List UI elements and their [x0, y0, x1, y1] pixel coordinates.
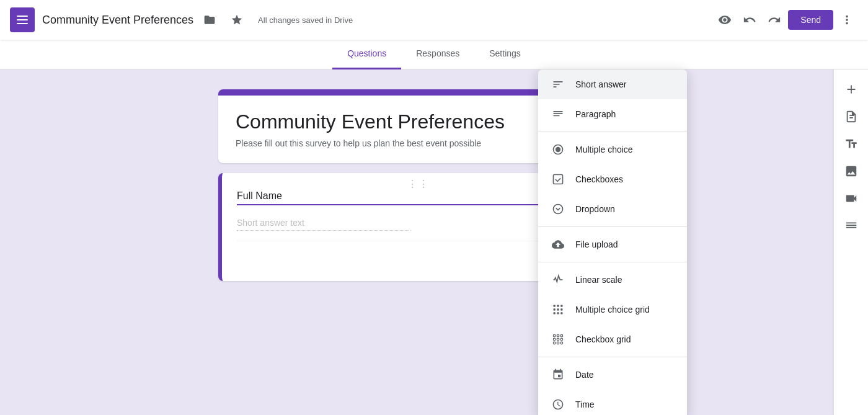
tab-responses[interactable]: Responses: [401, 40, 474, 69]
menu-item-multiple-choice[interactable]: Multiple choice: [538, 135, 687, 164]
topbar: Community Event Preferences All changes …: [0, 0, 868, 40]
folder-icon[interactable]: [198, 9, 221, 31]
tab-questions[interactable]: Questions: [332, 40, 401, 69]
question-type-dropdown: Short answer Paragraph Multiple choice: [538, 69, 687, 415]
file-upload-icon: [551, 237, 565, 252]
undo-icon[interactable]: [738, 9, 761, 31]
tabs-bar: Questions Responses Settings: [0, 40, 868, 69]
svg-rect-1: [17, 19, 28, 20]
short-answer-hint: Short answer text: [237, 218, 410, 231]
menu-item-linear-scale[interactable]: Linear scale: [538, 265, 687, 295]
question-title-input[interactable]: [237, 188, 578, 205]
topbar-actions: Send: [714, 9, 858, 31]
menu-item-date[interactable]: Date: [538, 360, 687, 390]
add-question-sidebar-icon[interactable]: [839, 77, 864, 102]
cb-grid-icon: [551, 332, 565, 347]
import-questions-sidebar-icon[interactable]: [839, 104, 864, 129]
menu-item-time[interactable]: Time: [538, 390, 687, 415]
send-button[interactable]: Send: [788, 10, 833, 30]
paragraph-icon: [551, 107, 565, 122]
menu-divider-2: [538, 226, 687, 227]
dropdown-icon: [551, 202, 565, 216]
checkboxes-icon: [551, 172, 565, 187]
preview-icon[interactable]: [714, 9, 736, 31]
svg-rect-10: [554, 308, 556, 310]
svg-rect-18: [560, 335, 562, 337]
menu-item-short-answer[interactable]: Short answer: [538, 69, 687, 99]
svg-rect-12: [560, 308, 562, 310]
right-sidebar: [833, 69, 868, 415]
mc-grid-icon: [551, 302, 565, 317]
menu-item-dropdown[interactable]: Dropdown: [538, 194, 687, 224]
menu-item-checkboxes[interactable]: Checkboxes: [538, 164, 687, 194]
menu-item-cb-grid[interactable]: Checkbox grid: [538, 324, 687, 354]
menu-item-paragraph[interactable]: Paragraph: [538, 99, 687, 129]
svg-point-4: [556, 147, 560, 152]
main-content: Community Event Preferences Please fill …: [0, 69, 868, 415]
svg-rect-16: [554, 335, 556, 337]
form-area: Community Event Preferences Please fill …: [0, 69, 833, 415]
multiple-choice-icon: [551, 142, 565, 157]
svg-rect-22: [554, 342, 556, 344]
time-icon: [551, 397, 565, 412]
svg-rect-14: [557, 312, 559, 314]
svg-rect-11: [557, 308, 559, 310]
svg-rect-9: [560, 305, 562, 307]
svg-rect-7: [554, 305, 556, 307]
svg-rect-21: [560, 338, 562, 340]
add-video-sidebar-icon[interactable]: [839, 186, 864, 211]
short-answer-icon: [551, 77, 565, 92]
svg-rect-8: [557, 305, 559, 307]
menu-divider-3: [538, 262, 687, 262]
document-title: Community Event Preferences: [42, 14, 193, 27]
svg-rect-20: [557, 338, 559, 340]
svg-rect-23: [557, 342, 559, 344]
drag-handle: ⋮⋮: [407, 178, 430, 190]
star-icon[interactable]: [226, 9, 248, 31]
menu-divider-4: [538, 357, 687, 357]
svg-rect-0: [17, 16, 28, 17]
tab-settings[interactable]: Settings: [474, 40, 536, 69]
redo-icon[interactable]: [763, 9, 786, 31]
saved-status: All changes saved in Drive: [258, 16, 353, 25]
svg-rect-15: [560, 312, 562, 314]
svg-rect-19: [554, 338, 556, 340]
menu-item-file-upload[interactable]: File upload: [538, 230, 687, 259]
text-title-sidebar-icon[interactable]: [839, 132, 864, 156]
more-options-icon[interactable]: [836, 9, 858, 31]
svg-rect-17: [557, 335, 559, 337]
svg-rect-13: [554, 312, 556, 314]
add-image-sidebar-icon[interactable]: [839, 159, 864, 184]
date-icon: [551, 367, 565, 382]
app-icon: [10, 7, 35, 32]
svg-rect-24: [560, 342, 562, 344]
add-section-sidebar-icon[interactable]: [839, 213, 864, 238]
menu-divider-1: [538, 132, 687, 132]
menu-item-mc-grid[interactable]: Multiple choice grid: [538, 295, 687, 324]
linear-scale-icon: [551, 272, 565, 287]
svg-rect-2: [17, 23, 28, 24]
